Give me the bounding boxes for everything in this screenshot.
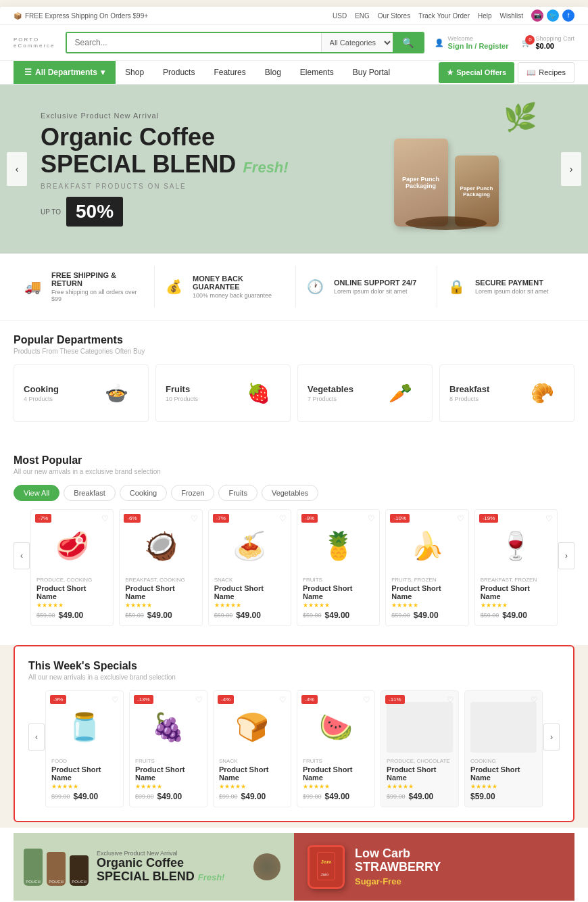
twitter-icon[interactable]: 🐦 <box>547 9 559 22</box>
sign-in-link[interactable]: Sign In / Register <box>448 42 509 50</box>
cart-section[interactable]: 🛒 0 Shopping Cart $0.00 <box>522 35 574 50</box>
menu-icon: ☰ <box>24 68 32 77</box>
promo-banner-strawberry[interactable]: Jam Jaro Low Carb STRAWBERRY Sugar-Free <box>294 833 574 901</box>
filter-fruits[interactable]: Fruits <box>218 485 258 501</box>
popular-old-price-0: $59.00 <box>36 612 55 619</box>
popular-wishlist-3[interactable]: ♡ <box>368 514 375 523</box>
special-wishlist-1[interactable]: ♡ <box>195 695 203 705</box>
track-order-link[interactable]: Track Your Order <box>418 12 470 20</box>
specials-wrapper: This Week's Specials All our new arrival… <box>0 645 588 828</box>
stores-link[interactable]: Our Stores <box>378 12 410 20</box>
special-wishlist-5[interactable]: ♡ <box>531 695 538 705</box>
jam-jar-image: Jam Jaro <box>308 845 345 889</box>
pouch-brown: POUCH <box>47 852 66 886</box>
nav-shop[interactable]: Shop <box>116 61 153 84</box>
hero-title-line2: SPECIAL BLEND <box>41 150 236 178</box>
special-wishlist-0[interactable]: ♡ <box>112 695 119 705</box>
special-wishlist-3[interactable]: ♡ <box>363 695 370 705</box>
popular-wishlist-1[interactable]: ♡ <box>191 514 198 523</box>
popular-wishlist-0[interactable]: ♡ <box>101 514 109 523</box>
special-prices-4: $99.00 $49.00 <box>387 792 453 801</box>
feature-support-desc: Lorem ipsum dolor sit amet <box>334 288 416 295</box>
dept-vegetables[interactable]: Vegetables 7 Products 🥕 <box>297 364 433 422</box>
popular-prices-2: $59.00 $49.00 <box>214 611 285 620</box>
popular-wishlist-4[interactable]: ♡ <box>457 514 464 523</box>
language-selector[interactable]: ENG <box>355 12 370 20</box>
specials-prev-button[interactable]: ‹ <box>28 723 45 751</box>
popular-product-5: -19% ♡ 🍷 BREAKFAST, FROZEN Product Short… <box>474 509 558 626</box>
facebook-icon[interactable]: f <box>562 9 574 22</box>
special-cat-0: FOOD <box>51 758 118 764</box>
special-badge-2: -4% <box>218 695 234 704</box>
pouch-green: POUCH <box>24 849 43 886</box>
popular-next-button[interactable]: › <box>558 542 574 569</box>
special-offers-nav[interactable]: ★ Special Offers <box>439 62 514 83</box>
nav-blog[interactable]: Blog <box>255 61 291 84</box>
features-bar: 🚚 FREE SHIPPING & RETURN Free shipping o… <box>0 254 588 321</box>
promo-strawberry-content: Low Carb STRAWBERRY Sugar-Free <box>355 847 441 887</box>
wishlist-link[interactable]: Wishlist <box>500 12 523 20</box>
filter-view-all[interactable]: View All <box>14 485 59 501</box>
special-new-price-4: $49.00 <box>409 792 434 801</box>
logo[interactable]: PORTO eCommerce <box>14 37 55 49</box>
popular-prev-button[interactable]: ‹ <box>14 542 30 569</box>
departments-grid: Cooking 4 Products 🍲 Fruits 10 Products … <box>14 364 574 422</box>
special-offers-label: Special Offers <box>456 68 506 76</box>
special-stars-5: ★★★★★ <box>470 783 537 790</box>
filter-breakfast[interactable]: Breakfast <box>64 485 115 501</box>
special-cat-1: FRUITS <box>135 758 201 764</box>
special-new-price-2: $49.00 <box>241 792 266 801</box>
shipping-icon: 🚚 <box>20 275 45 299</box>
special-product-3: -4% ♡ 🍉 FRUITS Product Short Name ★★★★★ … <box>297 690 375 807</box>
popular-wishlist-5[interactable]: ♡ <box>545 514 553 523</box>
hero-image: Paper PunchPackaging Paper PunchPackagin… <box>345 112 547 227</box>
special-name-5: Product Short Name <box>470 765 537 782</box>
departments-section: Popular Departments Products From These … <box>0 321 588 435</box>
popular-wishlist-2[interactable]: ♡ <box>279 514 287 523</box>
feature-shipping: 🚚 FREE SHIPPING & RETURN Free shipping o… <box>14 266 151 308</box>
popular-name-1: Product Short Name <box>125 584 196 600</box>
nav-buy-portal[interactable]: Buy Portal <box>343 61 399 84</box>
special-img-3: 🍉 <box>303 702 369 753</box>
specials-next-button[interactable]: › <box>543 723 560 751</box>
dept-cooking[interactable]: Cooking 4 Products 🍲 <box>14 364 149 422</box>
search-input[interactable] <box>67 33 321 52</box>
nav-features[interactable]: Features <box>204 61 255 84</box>
dept-fruits-info: Fruits 10 Products <box>166 384 198 402</box>
hero-sale-badge: 50% <box>66 197 123 227</box>
dept-breakfast[interactable]: Breakfast 8 Products 🥐 <box>439 364 574 422</box>
special-new-price-5: $59.00 <box>470 792 495 801</box>
feature-support-text: ONLINE SUPPORT 24/7 Lorem ipsum dolor si… <box>334 279 416 295</box>
promo-banner-coffee[interactable]: POUCH POUCH POUCH Exclusive Product New … <box>14 833 294 901</box>
promo-coffee-line2: SPECIAL BLEND <box>97 870 195 883</box>
hero-next-button[interactable]: › <box>561 152 581 186</box>
special-wishlist-2[interactable]: ♡ <box>279 695 287 705</box>
popular-cat-1: BREAKFAST, COOKING <box>125 577 196 583</box>
cart-label: Shopping Cart <box>535 35 574 42</box>
search-button[interactable]: 🔍 <box>393 33 423 52</box>
category-select[interactable]: All Categories <box>321 33 393 52</box>
instagram-icon[interactable]: 📷 <box>531 9 543 22</box>
popular-new-price-2: $49.00 <box>236 611 261 620</box>
special-wishlist-4[interactable]: ♡ <box>447 695 454 705</box>
special-img-1: 🍇 <box>135 702 201 753</box>
dept-fruits[interactable]: Fruits 10 Products 🍓 <box>155 364 291 422</box>
nav-elements[interactable]: Elements <box>291 61 343 84</box>
popular-stars-1: ★★★★★ <box>125 602 196 609</box>
currency-selector[interactable]: USD <box>333 12 347 20</box>
filter-frozen[interactable]: Frozen <box>171 485 214 501</box>
feature-support-title: ONLINE SUPPORT 24/7 <box>334 279 416 287</box>
recipes-nav[interactable]: 📖 Recipes <box>518 62 574 83</box>
weeks-specials-section: This Week's Specials All our new arrival… <box>14 645 574 822</box>
special-img-5 <box>470 702 537 753</box>
hero-prev-button[interactable]: ‹ <box>7 152 27 186</box>
filter-vegetables[interactable]: Vegetables <box>262 485 318 501</box>
nav-products[interactable]: Products <box>153 61 204 84</box>
all-departments-button[interactable]: ☰ All Departments ▾ <box>14 61 116 84</box>
nav-links: Shop Products Features Blog Elements Buy… <box>116 61 439 84</box>
star-icon: ★ <box>447 68 454 77</box>
special-cat-3: FRUITS <box>303 758 369 764</box>
help-link[interactable]: Help <box>478 12 492 20</box>
popular-new-price-4: $49.00 <box>414 611 439 620</box>
filter-cooking[interactable]: Cooking <box>120 485 167 501</box>
